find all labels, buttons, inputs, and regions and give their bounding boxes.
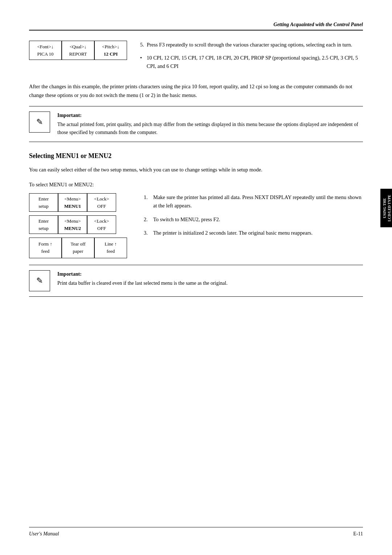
pencil-icon-2: ✎: [36, 276, 43, 285]
font-box: <Font>↓ PICA 10: [29, 41, 62, 60]
lock-value-2: OFF: [93, 225, 111, 232]
page-footer: User's Manual E-11: [29, 527, 363, 537]
lock-box-1: <Lock> OFF: [87, 193, 116, 212]
form-row: Form ↑ feed Tear off paper Line ↑ feed: [29, 238, 127, 258]
enter-box-1: Enter setup: [29, 193, 58, 212]
note-content-2: Important: Print data buffer is cleared …: [57, 270, 363, 287]
pitch-label: <Pitch>↓: [101, 43, 120, 50]
cpi-list: 10 CPI, 12 CPI, 15 CPI, 17 CPI, 18 CPI, …: [140, 54, 363, 70]
line-feed-line1: Line ↑: [100, 240, 122, 248]
pencil-icon-1: ✎: [36, 117, 43, 127]
step-2-text: To switch to MENU2, press F2.: [153, 216, 220, 222]
step-2-num: 2.: [144, 215, 148, 224]
top-content-block: <Font>↓ PICA 10 <Qual>↓ REPORT <Pitch>↓ …: [29, 41, 363, 75]
display-row: <Font>↓ PICA 10 <Qual>↓ REPORT <Pitch>↓ …: [29, 41, 127, 60]
steps-list: 1. Make sure the printer has printed all…: [144, 193, 363, 237]
step-3-num: 3.: [144, 229, 148, 237]
lock-value-1: OFF: [93, 203, 111, 210]
qual-box: <Qual>↓ REPORT: [62, 41, 94, 60]
form-feed-line2: feed: [34, 248, 56, 255]
step-1: 1. Make sure the printer has printed all…: [144, 193, 363, 210]
menu-boxes-left: Enter setup <Menu> MENU1 <Lock> OFF: [29, 193, 127, 258]
menu-box-1: <Menu> MENU1: [58, 193, 87, 212]
tear-off-line1: Tear off: [67, 240, 89, 248]
menu-box-2: <Menu> MENU2: [58, 215, 87, 234]
step5-area: 5. Press F3 repeatedly to scroll through…: [140, 41, 363, 75]
footer-left: User's Manual: [29, 531, 59, 537]
enter-value-2: setup: [34, 225, 53, 232]
note-icon-1: ✎: [29, 112, 50, 133]
menu-section: Enter setup <Menu> MENU1 <Lock> OFF: [29, 193, 363, 258]
enter-label-1: Enter: [34, 195, 53, 203]
form-feed-line1: Form ↑: [34, 240, 56, 248]
step-1-num: 1.: [144, 193, 148, 202]
menu-label-1: <Menu>: [64, 195, 82, 203]
enter-label-2: Enter: [34, 218, 53, 225]
tear-off-box: Tear off paper: [62, 238, 94, 258]
step-2: 2. To switch to MENU2, press F2.: [144, 215, 363, 224]
step5-text: 5. Press F3 repeatedly to scroll through…: [140, 41, 363, 49]
to-select-label: To select MENU1 or MENU2:: [29, 181, 363, 189]
lock-label-1: <Lock>: [93, 195, 111, 203]
footer-right: E-11: [353, 531, 363, 537]
important-text-2: Print data buffer is cleared even if the…: [57, 279, 363, 287]
pitch-box: <Pitch>↓ 12 CPI: [94, 41, 127, 60]
menu-value-1: MENU1: [64, 203, 82, 210]
display-boxes-area: <Font>↓ PICA 10 <Qual>↓ REPORT <Pitch>↓ …: [29, 41, 127, 75]
enter-value-1: setup: [34, 203, 53, 210]
important-label-1: Important:: [57, 112, 363, 119]
note-icon-2: ✎: [29, 270, 50, 291]
header-title: Getting Acquainted with the Control Pane…: [274, 22, 363, 28]
note-content-1: Important: The actual printed font, prin…: [57, 112, 363, 137]
page-header: Getting Acquainted with the Control Pane…: [29, 22, 363, 31]
font-value: PICA 10: [36, 50, 55, 58]
line-feed-line2: feed: [100, 248, 122, 255]
side-tab: USING THELCD/LED TYPECONTROL PANEL: [380, 189, 392, 227]
lock-box-2: <Lock> OFF: [87, 215, 116, 234]
line-feed-box: Line ↑ feed: [94, 238, 127, 258]
enter-box-2: Enter setup: [29, 215, 58, 234]
section-heading: Selecting MENU1 or MENU2: [29, 152, 363, 160]
section-intro: You can easily select either of the two …: [29, 166, 363, 174]
lock-label-2: <Lock>: [93, 218, 111, 225]
menu-row-2: Enter setup <Menu> MENU2 <Lock> OFF: [29, 215, 127, 234]
menu-row-1: Enter setup <Menu> MENU1 <Lock> OFF: [29, 193, 127, 212]
menu-row-2-boxes: Enter setup <Menu> MENU2 <Lock> OFF: [29, 215, 127, 234]
page: Getting Acquainted with the Control Pane…: [0, 0, 392, 555]
step-3: 3. The printer is initialized 2 seconds …: [144, 229, 363, 237]
side-tab-text: USING THELCD/LED TYPECONTROL PANEL: [383, 193, 392, 224]
qual-label: <Qual>↓: [69, 43, 87, 50]
font-label: <Font>↓: [36, 43, 55, 50]
step-3-text: The printer is initialized 2 seconds lat…: [153, 230, 313, 236]
important-note-1: ✎ Important: The actual printed font, pr…: [29, 106, 363, 142]
menu-row-1-boxes: Enter setup <Menu> MENU1 <Lock> OFF: [29, 193, 127, 212]
menu-value-2: MENU2: [64, 225, 82, 232]
steps-area: 1. Make sure the printer has printed all…: [140, 193, 363, 258]
important-text-1: The actual printed font, print quality, …: [57, 121, 363, 136]
important-label-2: Important:: [57, 270, 363, 278]
paragraph: After the changes in this example, the p…: [29, 82, 363, 99]
important-note-2: ✎ Important: Print data buffer is cleare…: [29, 265, 363, 297]
step-1-text: Make sure the printer has printed all da…: [153, 194, 362, 208]
form-feed-box: Form ↑ feed: [29, 238, 62, 258]
cpi-item: 10 CPI, 12 CPI, 15 CPI, 17 CPI, 18 CPI, …: [140, 54, 363, 70]
menu-label-2: <Menu>: [64, 218, 82, 225]
tear-off-line2: paper: [67, 248, 89, 255]
pitch-value: 12 CPI: [101, 50, 120, 58]
qual-value: REPORT: [69, 50, 87, 58]
